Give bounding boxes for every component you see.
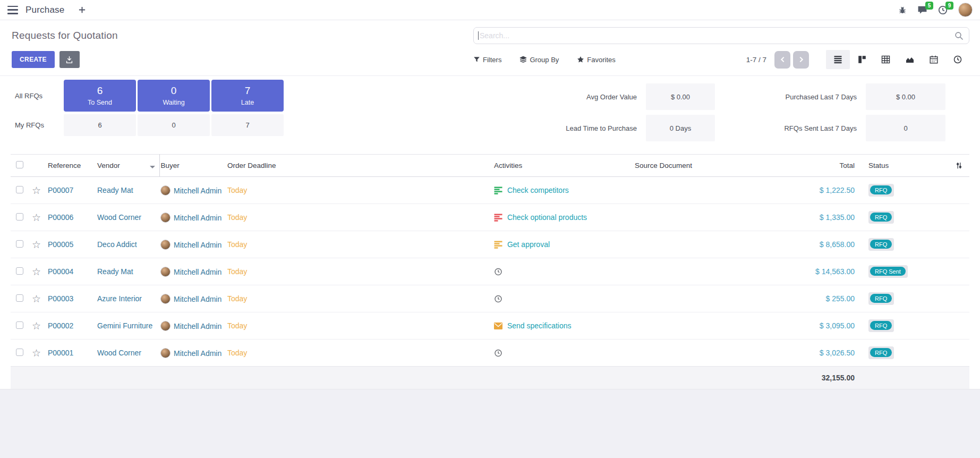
vendor-link[interactable]: Wood Corner	[97, 349, 141, 357]
vendor-link[interactable]: Ready Mat	[97, 267, 133, 276]
vendor-link[interactable]: Wood Corner	[97, 213, 141, 222]
table-row[interactable]: ☆ P00001 Wood Corner Mitchell Admin Toda…	[11, 340, 969, 367]
buyer-link[interactable]: Mitchell Admin	[174, 214, 221, 222]
status-badge: RFQ Sent	[870, 267, 906, 276]
pager-previous-button[interactable]	[774, 51, 790, 69]
row-checkbox[interactable]	[16, 240, 23, 248]
favorite-star-icon[interactable]: ☆	[32, 266, 41, 277]
column-header-total[interactable]: Total	[766, 155, 857, 177]
reference-link[interactable]: P00004	[48, 267, 73, 276]
column-header-reference[interactable]: Reference	[47, 155, 96, 177]
pivot-view-button[interactable]	[874, 50, 898, 69]
kanban-icon	[858, 55, 866, 64]
user-avatar[interactable]	[958, 3, 973, 17]
activity-type-icon[interactable]	[494, 241, 502, 249]
import-button[interactable]	[59, 51, 80, 68]
total-amount: $ 255.00	[826, 294, 855, 303]
reference-link[interactable]: P00005	[48, 240, 73, 249]
reference-link[interactable]: P00002	[48, 321, 73, 330]
favorite-star-icon[interactable]: ☆	[32, 239, 41, 250]
buyer-link[interactable]: Mitchell Admin	[174, 241, 221, 249]
search-box[interactable]	[473, 27, 969, 44]
activity-type-icon[interactable]	[494, 214, 502, 222]
buyer-link[interactable]: Mitchell Admin	[174, 295, 221, 303]
table-row[interactable]: ☆ P00004 Ready Mat Mitchell Admin Today …	[11, 258, 969, 285]
row-checkbox[interactable]	[16, 186, 23, 193]
buyer-avatar	[160, 267, 171, 277]
my-late-box[interactable]: 7	[211, 114, 284, 136]
table-row[interactable]: ☆ P00005 Deco Addict Mitchell Admin Toda…	[11, 231, 969, 258]
vendor-link[interactable]: Gemini Furniture	[97, 321, 152, 330]
buyer-link[interactable]: Mitchell Admin	[174, 322, 221, 330]
reference-link[interactable]: P00001	[48, 349, 73, 357]
buyer-avatar	[160, 240, 171, 250]
group-by-button[interactable]: Group By	[519, 56, 559, 64]
waiting-card[interactable]: 0 Waiting	[138, 80, 210, 112]
table-row[interactable]: ☆ P00007 Ready Mat Mitchell Admin Today …	[11, 177, 969, 204]
menu-hamburger-icon[interactable]	[7, 6, 18, 14]
buyer-link[interactable]: Mitchell Admin	[174, 349, 221, 358]
vendor-link[interactable]: Ready Mat	[97, 186, 133, 194]
my-to-send-box[interactable]: 6	[64, 114, 136, 136]
favorite-star-icon[interactable]: ☆	[32, 212, 41, 223]
select-all-checkbox[interactable]	[16, 161, 23, 168]
pager-next-button[interactable]	[793, 51, 809, 69]
column-header-source-document[interactable]: Source Document	[634, 155, 766, 177]
column-header-order-deadline[interactable]: Order Deadline	[226, 155, 493, 177]
activity-view-button[interactable]	[945, 50, 969, 69]
column-header-status[interactable]: Status	[857, 155, 931, 177]
source-document-value	[634, 258, 766, 285]
activity-type-icon[interactable]	[494, 295, 502, 303]
table-row[interactable]: ☆ P00002 Gemini Furniture Mitchell Admin…	[11, 312, 969, 340]
table-row[interactable]: ☆ P00003 Azure Interior Mitchell Admin T…	[11, 285, 969, 312]
activity-label[interactable]: Get approval	[507, 240, 550, 249]
favorites-button[interactable]: Favorites	[577, 56, 615, 64]
row-checkbox[interactable]	[16, 321, 23, 329]
graph-view-button[interactable]	[898, 50, 922, 69]
column-header-buyer[interactable]: Buyer	[159, 155, 226, 177]
pivot-table-icon	[881, 55, 890, 64]
favorite-star-icon[interactable]: ☆	[32, 293, 41, 304]
activity-type-icon[interactable]	[494, 186, 502, 194]
reference-link[interactable]: P00007	[48, 186, 73, 194]
create-button[interactable]: CREATE	[12, 51, 55, 68]
reference-link[interactable]: P00003	[48, 294, 73, 303]
row-checkbox[interactable]	[16, 349, 23, 356]
column-header-activities[interactable]: Activities	[493, 155, 634, 177]
activity-type-icon[interactable]	[494, 268, 502, 276]
vendor-link[interactable]: Deco Addict	[97, 240, 137, 249]
activities-clock-icon[interactable]: 9	[938, 5, 948, 15]
buyer-link[interactable]: Mitchell Admin	[174, 268, 221, 276]
favorite-star-icon[interactable]: ☆	[32, 185, 41, 196]
optional-columns-icon[interactable]	[955, 162, 963, 169]
debug-bug-icon[interactable]	[898, 6, 907, 14]
search-icon[interactable]	[955, 31, 964, 40]
lead-time-label: Lead Time to Purchase	[531, 124, 637, 132]
kanban-view-button[interactable]	[850, 50, 874, 69]
column-header-vendor[interactable]: Vendor	[96, 155, 159, 177]
row-checkbox[interactable]	[16, 267, 23, 275]
reference-link[interactable]: P00006	[48, 213, 73, 222]
favorite-star-icon[interactable]: ☆	[32, 347, 41, 359]
list-view-button[interactable]	[826, 50, 850, 69]
calendar-view-button[interactable]	[922, 50, 945, 69]
favorite-star-icon[interactable]: ☆	[32, 320, 41, 332]
buyer-link[interactable]: Mitchell Admin	[174, 186, 221, 195]
activity-label[interactable]: Check optional products	[507, 213, 587, 222]
late-card[interactable]: 7 Late	[211, 80, 284, 112]
table-row[interactable]: ☆ P00006 Wood Corner Mitchell Admin Toda…	[11, 204, 969, 231]
my-waiting-box[interactable]: 0	[138, 114, 210, 136]
activity-type-icon[interactable]	[494, 349, 502, 357]
row-checkbox[interactable]	[16, 294, 23, 302]
activity-type-icon[interactable]	[494, 322, 502, 330]
search-input[interactable]	[480, 31, 955, 40]
activity-label[interactable]: Send specifications	[507, 321, 572, 330]
row-checkbox[interactable]	[16, 213, 23, 220]
vendor-link[interactable]: Azure Interior	[97, 294, 142, 303]
messages-icon[interactable]: 5	[917, 5, 927, 14]
filters-button[interactable]: Filters	[473, 56, 501, 64]
purchase-dashboard: All RFQs 6 To Send 0 Waiting 7 Late My R…	[0, 76, 980, 154]
activity-label[interactable]: Check competitors	[507, 186, 569, 194]
to-send-card[interactable]: 6 To Send	[64, 80, 136, 112]
plus-icon[interactable]	[78, 6, 86, 14]
